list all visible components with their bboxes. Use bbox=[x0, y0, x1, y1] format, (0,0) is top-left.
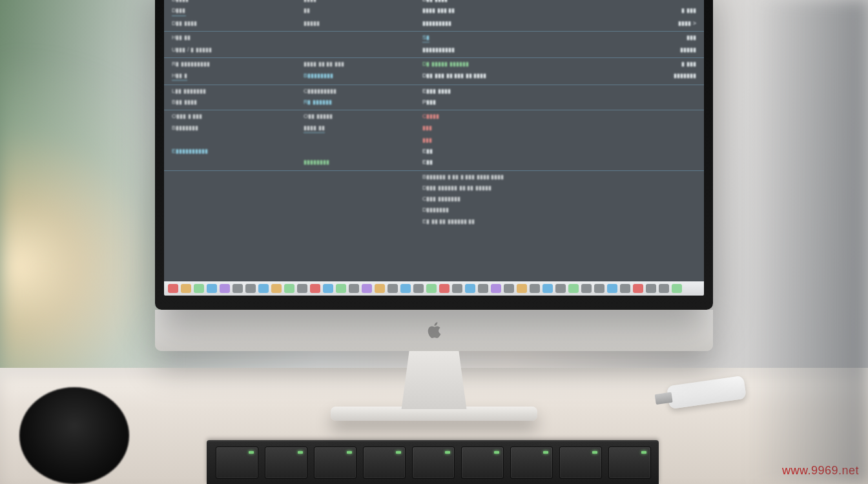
imac-chin bbox=[155, 310, 713, 351]
dock-item bbox=[271, 284, 282, 293]
settings-value: ▮▮▮▮▮▮▮▮▮▮ bbox=[422, 46, 590, 54]
settings-label bbox=[304, 148, 413, 155]
settings-value: C▮▮▮▮ bbox=[422, 113, 590, 120]
settings-label: O▮▮▮ ▮ ▮▮▮ bbox=[172, 113, 294, 120]
settings-label bbox=[304, 34, 413, 43]
dock-item bbox=[400, 284, 411, 293]
settings-label: D▮▮▮▮ bbox=[172, 0, 294, 3]
dock-item bbox=[181, 284, 191, 293]
settings-value: ▮▮▮▮ ▮▮▮ ▮▮ bbox=[422, 7, 590, 15]
settings-label: B▮▮▮▮▮▮▮▮ bbox=[304, 72, 413, 81]
settings-value: D▮▮ ▮▮▮ ▮▮ ▮▮▮ ▮▮ ▮▮▮▮ bbox=[422, 72, 590, 81]
settings-label: D▮▮▮ bbox=[172, 7, 294, 15]
settings-section: H▮▮ ▮▮S▮▮▮▮U▮▮▮ / ▮ ▮▮▮▮▮▮▮▮▮▮▮▮▮▮▮▮▮▮▮▮ bbox=[164, 32, 704, 59]
settings-value: D▮▮ ▮▮▮▮ bbox=[422, 0, 590, 3]
dock-item bbox=[220, 284, 230, 293]
photo-scene: D▮▮▮▮▮▮▮▮D▮▮ ▮▮▮▮D▮▮▮▮▮▮▮▮▮ ▮▮▮ ▮▮▮ ▮▮▮D… bbox=[0, 0, 868, 484]
settings-label: R▮ ▮▮▮▮▮▮ bbox=[304, 99, 413, 106]
settings-label: D▮▮ ▮▮▮▮ bbox=[172, 20, 294, 27]
settings-value: ▮▮▮▮ > bbox=[599, 20, 696, 27]
settings-label: ▮▮▮▮▮▮▮▮ bbox=[304, 159, 413, 166]
settings-value bbox=[599, 159, 696, 166]
settings-label: H▮▮ ▮ bbox=[172, 72, 294, 81]
dock-item bbox=[207, 284, 217, 293]
settings-section: O▮▮▮ ▮ ▮▮▮O▮▮ ▮▮▮▮▮C▮▮▮▮B▮▮▮▮▮▮▮▮▮▮▮ ▮▮▮… bbox=[164, 110, 704, 170]
dock-item bbox=[452, 284, 462, 293]
dock-item bbox=[542, 284, 553, 293]
dock-item bbox=[413, 284, 424, 293]
dock-item bbox=[439, 284, 450, 293]
settings-value: ▮ ▮▮▮ bbox=[599, 61, 696, 68]
settings-value: ▮▮▮▮▮▮▮▮▮ bbox=[422, 20, 590, 27]
settings-value bbox=[599, 99, 696, 106]
dock-item bbox=[245, 284, 256, 293]
settings-value: S▮ bbox=[422, 34, 590, 43]
dock-item bbox=[362, 284, 372, 293]
settings-value bbox=[599, 113, 696, 120]
settings-label: B▮▮ ▮▮▮▮ bbox=[172, 99, 294, 106]
settings-value bbox=[599, 148, 696, 155]
settings-label: R▮ ▮▮▮▮▮▮▮▮▮ bbox=[172, 61, 294, 68]
settings-section: D▮▮▮▮▮▮▮▮D▮▮ ▮▮▮▮D▮▮▮▮▮▮▮▮▮ ▮▮▮ ▮▮▮ ▮▮▮D… bbox=[164, 0, 704, 32]
dock-item bbox=[388, 284, 398, 293]
monitor-screen: D▮▮▮▮▮▮▮▮D▮▮ ▮▮▮▮D▮▮▮▮▮▮▮▮▮ ▮▮▮ ▮▮▮ ▮▮▮D… bbox=[164, 0, 704, 296]
dock-item bbox=[672, 284, 682, 293]
settings-value: E▮▮ bbox=[422, 159, 590, 166]
settings-label: B▮▮▮▮▮▮▮ bbox=[172, 125, 294, 133]
dock-item bbox=[168, 284, 178, 293]
dock-item bbox=[323, 284, 333, 293]
dock-item bbox=[568, 284, 579, 293]
camera-lens-prop bbox=[19, 387, 129, 484]
settings-line: D▮▮▮▮▮▮▮ bbox=[422, 207, 696, 214]
imac-stand-neck bbox=[395, 351, 473, 409]
settings-label: C▮▮▮▮▮▮▮▮▮ bbox=[304, 88, 413, 95]
settings-value: ▮▮▮ bbox=[422, 125, 590, 133]
dock-item bbox=[194, 284, 204, 293]
settings-value: P▮▮▮ bbox=[422, 99, 590, 106]
dock-item bbox=[258, 284, 269, 293]
settings-label bbox=[172, 159, 294, 166]
settings-label: ▮▮▮▮▮ bbox=[304, 20, 413, 27]
settings-value: E▮▮ bbox=[422, 148, 590, 155]
dock-item bbox=[478, 284, 488, 293]
dock-item bbox=[426, 284, 437, 293]
settings-value: ▮ ▮▮▮ bbox=[599, 7, 696, 15]
settings-label: O▮▮ ▮▮▮▮▮ bbox=[304, 113, 413, 120]
watermark-text: www.9969.net bbox=[782, 464, 859, 478]
settings-value: D▮ ▮▮▮▮▮ ▮▮▮▮▮▮ bbox=[422, 61, 590, 68]
settings-label: L▮▮ ▮▮▮▮▮▮▮ bbox=[172, 88, 294, 95]
dock-item bbox=[310, 284, 320, 293]
settings-value: E▮▮▮ ▮▮▮▮ bbox=[422, 88, 590, 95]
settings-label: ▮▮▮▮ bbox=[304, 0, 413, 3]
apple-logo-icon bbox=[425, 320, 443, 341]
dock-item bbox=[349, 284, 359, 293]
settings-value bbox=[599, 0, 696, 3]
dock-item bbox=[659, 284, 669, 293]
rack-unit bbox=[207, 440, 659, 484]
settings-value bbox=[599, 88, 696, 95]
dock-item bbox=[284, 284, 294, 293]
dock-item bbox=[607, 284, 617, 293]
settings-value: ▮▮▮▮▮ bbox=[599, 46, 696, 54]
dock-item bbox=[594, 284, 604, 293]
dock-item bbox=[336, 284, 346, 293]
settings-label bbox=[304, 137, 413, 144]
settings-value: ▮▮▮ bbox=[422, 137, 590, 144]
settings-value bbox=[599, 137, 696, 144]
settings-value: ▮▮▮▮▮▮▮ bbox=[599, 72, 696, 81]
dock-item bbox=[633, 284, 643, 293]
dock-item bbox=[232, 284, 243, 293]
dock-taskbar bbox=[164, 281, 704, 296]
settings-value bbox=[599, 125, 696, 133]
settings-line: C▮▮▮ ▮▮▮▮▮▮▮ bbox=[422, 196, 696, 203]
settings-section: B▮▮▮▮▮▮ ▮ ▮▮ ▮ ▮▮▮ ▮▮▮▮ ▮▮▮▮D▮▮▮ ▮▮▮▮▮▮ … bbox=[164, 171, 704, 229]
settings-section: L▮▮ ▮▮▮▮▮▮▮C▮▮▮▮▮▮▮▮▮E▮▮▮ ▮▮▮▮B▮▮ ▮▮▮▮R▮… bbox=[164, 85, 704, 111]
dock-item bbox=[491, 284, 501, 293]
settings-line: B▮▮▮▮▮▮ ▮ ▮▮ ▮ ▮▮▮ ▮▮▮▮ ▮▮▮▮ bbox=[422, 174, 696, 181]
settings-label: H▮▮ ▮▮ bbox=[172, 34, 294, 43]
dock-item bbox=[517, 284, 527, 293]
dock-item bbox=[530, 284, 540, 293]
settings-line: D▮▮▮ ▮▮▮▮▮▮ ▮▮ ▮▮ ▮▮▮▮▮ bbox=[422, 185, 696, 192]
dock-item bbox=[465, 284, 475, 293]
settings-section: R▮ ▮▮▮▮▮▮▮▮▮▮▮▮▮ ▮▮ ▮▮ ▮▮▮D▮ ▮▮▮▮▮ ▮▮▮▮▮… bbox=[164, 58, 704, 85]
